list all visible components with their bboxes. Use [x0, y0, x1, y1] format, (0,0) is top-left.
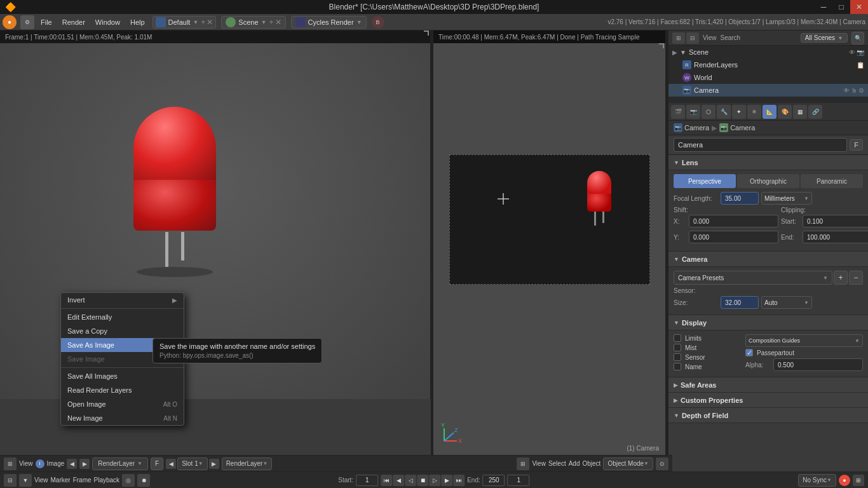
section-safe-areas[interactable]: ▶ Safe Areas — [668, 377, 868, 393]
view-btn[interactable]: View — [19, 460, 33, 467]
prop-icon-physics[interactable]: ⚛ — [747, 105, 761, 119]
rl-icon[interactable]: 📋 — [857, 62, 864, 69]
end-input[interactable] — [803, 231, 868, 243]
prop-icon-render[interactable]: 📷 — [686, 105, 700, 119]
focal-length-input[interactable] — [721, 192, 759, 205]
slot-prev[interactable]: ◀ — [166, 459, 176, 469]
timeline-icon-2[interactable]: ▼ — [19, 474, 32, 487]
outliner-item-world[interactable]: W World — [668, 71, 868, 84]
sensor-checkbox[interactable] — [674, 353, 681, 361]
timeline-frame-btn[interactable]: Frame — [73, 477, 92, 484]
frame-badge[interactable]: F — [151, 458, 163, 470]
outliner-search-icon-box[interactable]: 🔍 — [851, 32, 864, 44]
outliner-search-btn[interactable]: Search — [721, 34, 741, 41]
section-lens-header[interactable]: ▼ Lens — [668, 155, 868, 170]
presets-remove-btn[interactable]: − — [849, 271, 863, 285]
ctx-open-image[interactable]: Open Image Alt O — [61, 397, 184, 411]
menu-window[interactable]: Window — [90, 17, 125, 27]
end-frame-input[interactable] — [483, 475, 505, 486]
lens-tab-orthographic[interactable]: Orthographic — [737, 174, 799, 188]
mist-checkbox[interactable] — [674, 344, 681, 351]
name-checkbox[interactable] — [674, 363, 681, 370]
prop-icon-scene[interactable]: 🎬 — [671, 105, 685, 119]
menu-render[interactable]: Render — [57, 17, 90, 27]
start-frame-input[interactable] — [356, 475, 378, 486]
auto-key-btn[interactable]: ⏺ — [137, 474, 150, 487]
vp-add-btn[interactable]: Add — [569, 460, 580, 467]
img-bar-nav-prev[interactable]: ◀ — [67, 459, 77, 469]
outliner-item-renderlayers[interactable]: R RenderLayers 📋 — [668, 58, 868, 71]
minimize-button[interactable]: ─ — [815, 0, 832, 14]
timeline-more-btn[interactable]: ⊞ — [853, 475, 864, 486]
section-custom-props[interactable]: ▶ Custom Properties — [668, 393, 868, 408]
viewport-expand-handle[interactable] — [424, 30, 430, 37]
start-input[interactable] — [803, 215, 868, 227]
scene-selector[interactable]: Scene ▼ + ✕ — [221, 16, 285, 29]
engine-icon[interactable]: ⚙ — [20, 15, 34, 29]
scene-visibility-icon[interactable]: 👁 — [849, 49, 855, 56]
prop-icon-particles[interactable]: ✦ — [732, 105, 746, 119]
sensor-size-input[interactable] — [721, 296, 759, 309]
menu-file[interactable]: File — [36, 17, 57, 27]
close-button[interactable]: ✕ — [850, 0, 868, 14]
prop-icon-constraints[interactable]: 🔗 — [808, 105, 822, 119]
camera-name-input[interactable] — [674, 138, 847, 152]
timeline-playback-btn[interactable]: Playback — [94, 477, 120, 484]
sync-dropdown[interactable]: No Sync ▼ — [798, 474, 836, 487]
vp-object-btn[interactable]: Object — [582, 460, 600, 467]
comp-guides-dropdown[interactable]: Composition Guides ▼ — [745, 334, 863, 347]
img-bar-icon-1[interactable]: ⊞ — [4, 458, 17, 470]
scene-render-icon[interactable]: 📷 — [857, 49, 864, 56]
section-dof[interactable]: ▼ Depth of Field — [668, 408, 868, 423]
skip-end-btn[interactable]: ⏭ — [453, 475, 465, 486]
shift-x-input[interactable] — [689, 215, 778, 227]
timeline-marker-btn[interactable]: Marker — [51, 477, 71, 484]
alpha-input[interactable] — [773, 358, 863, 371]
ctx-save-all[interactable]: Save All Images — [61, 369, 184, 383]
menu-help[interactable]: Help — [125, 17, 150, 27]
vp-icon[interactable]: ⊞ — [517, 458, 529, 470]
section-display-header[interactable]: ▼ Display — [668, 315, 868, 330]
slot-dropdown[interactable]: Slot 1 ▼ — [177, 458, 208, 470]
timeline-icon[interactable]: ⊟ — [4, 474, 17, 487]
next-frame-btn[interactable]: ▶ — [441, 475, 452, 486]
vp-select-btn[interactable]: Select — [548, 460, 566, 467]
sensor-auto-dropdown[interactable]: Auto ▼ — [761, 296, 812, 309]
ctx-new-image[interactable]: New Image Alt N — [61, 411, 184, 425]
cam-eye-icon[interactable]: 👁 — [843, 87, 850, 94]
slot-next[interactable]: ▶ — [209, 459, 219, 469]
limits-checkbox[interactable] — [674, 334, 681, 342]
fake-user-badge[interactable]: F — [850, 139, 863, 151]
rec-btn[interactable]: ● — [839, 475, 850, 486]
lens-tab-perspective[interactable]: Perspective — [674, 174, 736, 188]
prop-icon-modifier[interactable]: 🔧 — [717, 105, 731, 119]
maximize-button[interactable]: □ — [832, 0, 850, 14]
outliner-view-btn[interactable]: View — [703, 34, 717, 41]
outliner-icon-1[interactable]: ⊞ — [672, 32, 685, 44]
outliner-item-camera[interactable]: 📷 Camera 👁 🖱 ⚙ — [668, 84, 868, 97]
workspace-add[interactable]: + — [201, 18, 205, 27]
passepartout-checkbox[interactable]: ✓ — [745, 349, 753, 356]
object-mode-dropdown[interactable]: Object Mode ▼ — [603, 458, 653, 470]
render-result-dropdown[interactable]: RenderLayer ▼ — [92, 458, 148, 470]
outliner-icon-2[interactable]: ⊟ — [686, 32, 699, 44]
section-camera-header[interactable]: ▼ Camera — [668, 252, 868, 267]
timeline-view-btn[interactable]: View — [34, 477, 48, 484]
ctx-invert[interactable]: Invert ▶ — [61, 293, 184, 307]
prop-icon-object[interactable]: ⬡ — [702, 105, 715, 119]
shift-y-input[interactable] — [689, 231, 778, 243]
image-btn[interactable]: Image — [47, 460, 65, 467]
skip-start-btn[interactable]: ⏮ — [381, 475, 392, 486]
img-bar-nav-next[interactable]: ▶ — [79, 459, 90, 469]
onion-skin-btn[interactable]: ◎ — [122, 474, 135, 487]
vp-view-btn[interactable]: View — [532, 460, 546, 467]
render-engine-selector[interactable]: Cycles Render ▼ — [291, 16, 367, 29]
render-layer-dropdown[interactable]: RenderLayer ▼ — [222, 458, 273, 470]
viewport-options-btn[interactable]: ⊙ — [656, 458, 668, 470]
workspace-remove[interactable]: ✕ — [207, 18, 213, 27]
prop-icon-material[interactable]: 🎨 — [778, 105, 792, 119]
cam-lock-icon[interactable]: ⚙ — [858, 87, 864, 94]
play-back-btn[interactable]: ◁ — [405, 475, 416, 486]
scene-remove[interactable]: ✕ — [275, 18, 281, 27]
render-expand-handle[interactable] — [659, 43, 665, 50]
